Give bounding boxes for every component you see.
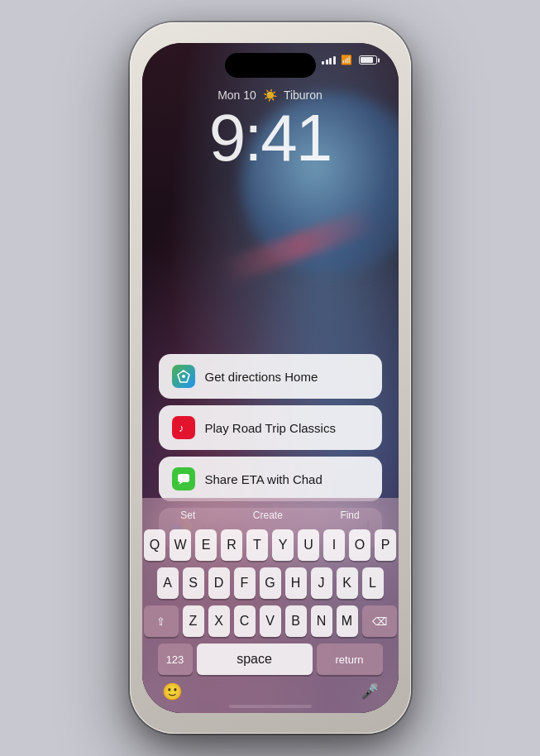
key-e[interactable]: E xyxy=(195,529,217,561)
key-row-3: ⇧ Z X C V B N M ⌫ xyxy=(147,605,394,637)
date-label: Mon 10 xyxy=(217,89,256,102)
date-location-bar: Mon 10 ☀️ Tiburon xyxy=(217,89,323,102)
dynamic-island xyxy=(225,53,316,78)
key-g[interactable]: G xyxy=(260,567,281,599)
key-x[interactable]: X xyxy=(208,605,230,637)
toolbar-create[interactable]: Create xyxy=(243,506,293,524)
key-j[interactable]: J xyxy=(311,567,332,599)
key-v[interactable]: V xyxy=(260,605,281,637)
keyboard-bottom-row: 123 space return xyxy=(146,644,395,675)
key-y[interactable]: Y xyxy=(272,529,294,561)
time-display: 9:41 xyxy=(209,105,332,171)
battery-icon xyxy=(359,55,377,65)
key-r[interactable]: R xyxy=(221,529,242,561)
svg-text:♪: ♪ xyxy=(179,422,184,434)
key-return[interactable]: return xyxy=(317,644,383,675)
keyboard-accessory-row: 🙂 🎤 xyxy=(146,675,395,705)
key-row-1: Q W E R T Y U I O P xyxy=(147,529,394,561)
lock-screen-content: Mon 10 ☀️ Tiburon 9:41 xyxy=(142,89,399,171)
svg-point-1 xyxy=(182,375,185,378)
emoji-button[interactable]: 🙂 xyxy=(162,682,183,701)
key-k[interactable]: K xyxy=(337,567,358,599)
toolbar-find[interactable]: Find xyxy=(330,506,369,524)
music-app-icon: ♪ xyxy=(172,416,195,439)
key-p[interactable]: P xyxy=(375,529,396,561)
suggestion-text-eta: Share ETA with Chad xyxy=(205,472,323,486)
key-u[interactable]: U xyxy=(298,529,319,561)
keyboard-rows: Q W E R T Y U I O P A S D F G xyxy=(146,529,395,637)
key-i[interactable]: I xyxy=(323,529,345,561)
key-f[interactable]: F xyxy=(234,567,256,599)
key-l[interactable]: L xyxy=(362,567,384,599)
key-s[interactable]: S xyxy=(183,567,204,599)
key-space[interactable]: space xyxy=(197,644,313,675)
key-shift[interactable]: ⇧ xyxy=(144,605,179,637)
maps-app-icon xyxy=(172,365,195,388)
suggestion-directions[interactable]: Get directions Home xyxy=(159,354,382,399)
phone-frame: 📶 Mon 10 ☀️ Tiburon 9:41 xyxy=(130,22,411,734)
signal-icon xyxy=(322,56,336,65)
messages-app-icon xyxy=(172,467,195,490)
suggestion-text-directions: Get directions Home xyxy=(205,370,318,384)
location-label: Tiburon xyxy=(284,89,323,102)
svg-marker-5 xyxy=(179,482,183,485)
key-m[interactable]: M xyxy=(337,605,358,637)
svg-rect-4 xyxy=(178,474,189,482)
suggestion-text-music: Play Road Trip Classics xyxy=(205,421,336,435)
key-q[interactable]: Q xyxy=(144,529,165,561)
key-row-2: A S D F G H J K L xyxy=(147,567,394,599)
key-z[interactable]: Z xyxy=(183,605,204,637)
phone-screen: 📶 Mon 10 ☀️ Tiburon 9:41 xyxy=(142,43,399,713)
key-b[interactable]: B xyxy=(285,605,307,637)
key-o[interactable]: O xyxy=(349,529,370,561)
suggestion-eta[interactable]: Share ETA with Chad xyxy=(159,457,382,501)
keyboard-toolbar: Set Create Find xyxy=(146,503,395,529)
key-a[interactable]: A xyxy=(157,567,179,599)
weather-icon: ☀️ xyxy=(263,89,277,102)
status-icons: 📶 xyxy=(322,55,377,65)
key-h[interactable]: H xyxy=(285,567,307,599)
key-t[interactable]: T xyxy=(246,529,268,561)
key-n[interactable]: N xyxy=(311,605,332,637)
key-numbers[interactable]: 123 xyxy=(158,644,193,675)
toolbar-set[interactable]: Set xyxy=(170,506,205,524)
suggestion-music[interactable]: ♪ Play Road Trip Classics xyxy=(159,405,382,450)
key-delete[interactable]: ⌫ xyxy=(362,605,397,637)
mic-button[interactable]: 🎤 xyxy=(361,682,379,701)
keyboard-area: Set Create Find Q W E R T Y U I O P xyxy=(142,498,399,713)
key-c[interactable]: C xyxy=(234,605,256,637)
wifi-icon: 📶 xyxy=(341,55,352,65)
key-w[interactable]: W xyxy=(170,529,191,561)
key-d[interactable]: D xyxy=(208,567,230,599)
